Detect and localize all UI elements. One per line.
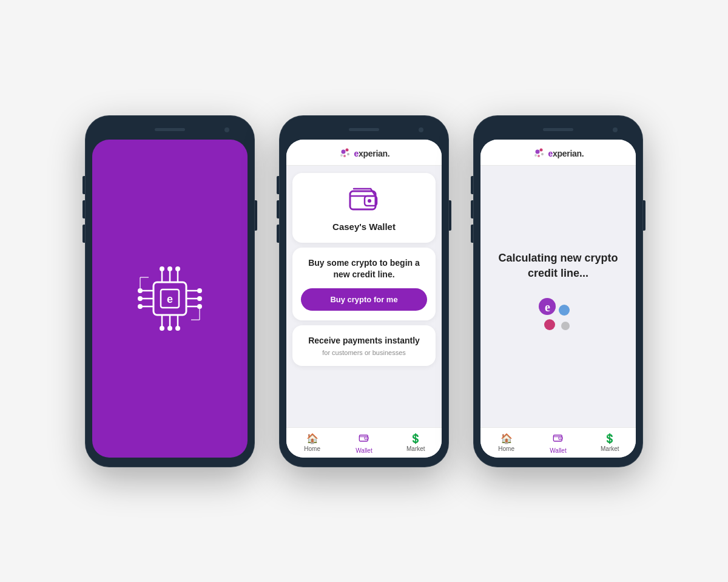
wallet-card: Casey's Wallet (292, 173, 436, 243)
crypto-description: Buy some crypto to begin a new credit li… (301, 257, 427, 281)
svg-point-24 (160, 326, 164, 331)
svg-text:e: e (545, 300, 550, 314)
calculating-content: Calculating new crypto credit line... e (480, 166, 636, 427)
phone-notch-1 (92, 123, 248, 137)
phone-speaker-1 (155, 128, 185, 131)
wallet-nav-icon-3 (553, 433, 564, 446)
experian-logo-2: experian. (339, 147, 390, 160)
phone-screen-2: experian. Casey's Wallet (286, 140, 442, 458)
home-icon-3: 🏠 (500, 433, 513, 444)
nav-home-2[interactable]: 🏠 Home (294, 433, 331, 454)
svg-point-54 (560, 438, 561, 439)
experian-logo-3: experian. (533, 147, 584, 160)
svg-point-46 (534, 154, 537, 157)
svg-point-45 (538, 155, 540, 157)
svg-point-32 (345, 148, 348, 151)
receive-title: Receive payments instantly (301, 335, 427, 347)
svg-point-31 (341, 149, 345, 154)
svg-point-42 (535, 149, 539, 154)
svg-point-25 (167, 326, 172, 331)
svg-point-13 (197, 296, 202, 301)
circuit-logo-icon: e (130, 259, 209, 338)
nav-market-2[interactable]: 💲 Market (397, 433, 434, 454)
svg-point-49 (544, 319, 555, 330)
nav-market-3[interactable]: 💲 Market (592, 433, 628, 454)
phone-notch-2 (286, 123, 442, 137)
svg-point-50 (561, 322, 570, 330)
market-icon-3: 💲 (604, 433, 616, 444)
svg-point-33 (347, 153, 349, 155)
svg-rect-36 (350, 191, 376, 209)
svg-point-41 (366, 438, 367, 439)
svg-point-38 (368, 199, 371, 203)
app-header-2: experian. (286, 140, 442, 166)
experian-logo-text-3: experian. (548, 149, 584, 158)
svg-point-20 (175, 266, 180, 271)
wallet-title: Casey's Wallet (332, 222, 396, 232)
nav-market-label-3: Market (601, 445, 619, 452)
svg-point-48 (559, 305, 570, 316)
nav-home-label-2: Home (304, 445, 320, 452)
experian-logo-icon-3 (533, 147, 546, 160)
svg-point-7 (138, 296, 143, 301)
bottom-nav-3: 🏠 Home Wallet 💲 (480, 427, 636, 458)
nav-market-label-2: Market (406, 445, 425, 452)
svg-text:e: e (167, 293, 173, 305)
svg-point-8 (138, 304, 143, 309)
nav-home-3[interactable]: 🏠 Home (488, 433, 525, 454)
svg-point-43 (539, 148, 542, 151)
svg-point-18 (160, 266, 164, 271)
phone-1: e (85, 115, 255, 467)
app-content-2: Casey's Wallet Buy some crypto to begin … (286, 166, 442, 427)
svg-point-19 (167, 266, 172, 271)
nav-wallet-3[interactable]: Wallet (540, 433, 576, 454)
home-icon-2: 🏠 (306, 433, 318, 444)
app-header-3: experian. (480, 140, 636, 166)
receive-subtitle: for customers or businesses (301, 349, 427, 356)
phone-screen-3: experian. Calculating new crypto credit … (480, 140, 636, 458)
phone-camera-1 (224, 127, 229, 132)
bottom-nav-2: 🏠 Home Wallet 💲 (286, 427, 442, 458)
nav-wallet-label-3: Wallet (550, 447, 566, 454)
svg-point-44 (541, 153, 544, 155)
phone-3: experian. Calculating new crypto credit … (473, 115, 643, 467)
svg-point-35 (340, 154, 343, 157)
nav-wallet-label-2: Wallet (356, 447, 372, 454)
experian-animated-logo: e (534, 293, 582, 342)
phone-notch-3 (480, 123, 636, 137)
phone-screen-1: e (92, 140, 248, 458)
phone-speaker-3 (543, 128, 573, 131)
experian-logo-icon-2 (339, 147, 352, 160)
phone-camera-3 (613, 127, 618, 132)
wallet-icon (348, 184, 380, 217)
market-icon-2: 💲 (410, 433, 422, 444)
svg-point-12 (197, 288, 202, 293)
buy-crypto-button[interactable]: Buy crypto for me (301, 288, 427, 311)
wallet-nav-icon-2 (359, 433, 369, 446)
nav-wallet-2[interactable]: Wallet (346, 433, 382, 454)
experian-logo-text-2: experian. (354, 149, 390, 158)
crypto-card: Buy some crypto to begin a new credit li… (292, 248, 436, 320)
calculating-title: Calculating new crypto credit line... (493, 251, 624, 281)
phones-container: e (61, 79, 667, 504)
phone-2: experian. Casey's Wallet (279, 115, 449, 467)
phone-camera-2 (419, 127, 423, 132)
phone-speaker-2 (349, 128, 379, 131)
svg-point-26 (175, 326, 180, 331)
svg-point-34 (343, 155, 346, 157)
nav-home-label-3: Home (498, 445, 514, 452)
receive-card: Receive payments instantly for customers… (292, 325, 436, 367)
